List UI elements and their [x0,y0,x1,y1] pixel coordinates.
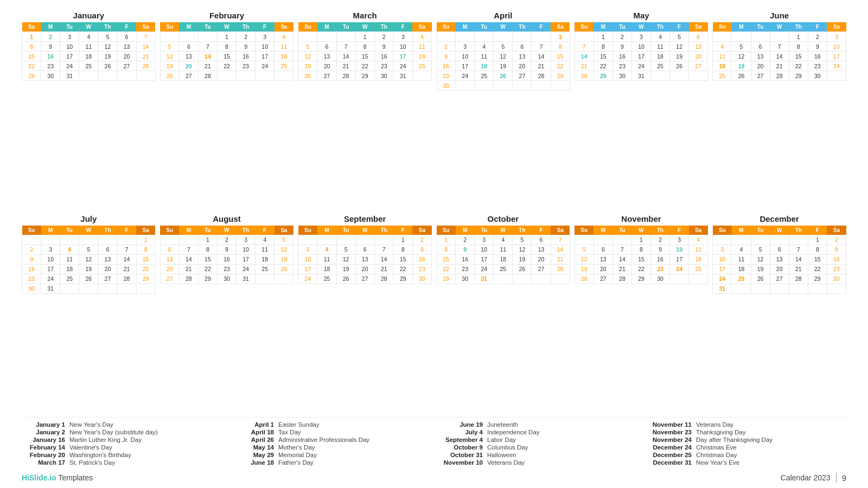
holiday-name: Independence Day [487,429,540,435]
brand-link[interactable]: HiSlide.io [22,473,56,482]
cal-cell: 22 [631,264,650,274]
cal-cell: 6 [179,42,198,52]
cal-cell: 20 [513,61,532,71]
cal-cell: 9 [217,245,236,254]
holiday-date: January 16 [22,436,65,443]
cal-cell [494,274,513,284]
cal-cell [513,81,532,91]
cal-cell [551,81,570,91]
holiday-row: November 24Day after Thanksgiving Day [648,436,846,444]
cal-cell: 9 [237,42,256,52]
cal-cell: 12 [575,254,593,264]
holiday-name: Columbus Day [487,444,528,451]
cal-cell: 20 [98,264,117,274]
day-header-m: M [593,226,612,235]
cal-cell: 2 [827,235,846,245]
holiday-date: November 11 [648,421,692,428]
cal-row: 252627282930 [713,71,846,81]
holiday-name: Veterans Day [696,421,733,428]
cal-cell: 10 [256,42,275,52]
cal-cell: 3 [670,235,689,245]
cal-cell: 14 [117,254,136,264]
cal-cell: 23 [41,61,60,71]
cal-cell [513,32,532,42]
cal-cell: 25 [689,264,708,274]
cal-cell [494,32,513,42]
cal-cell: 14 [612,254,631,264]
cal-cell: 20 [179,61,198,71]
cal-cell: 2 [437,42,456,52]
cal-cell: 8 [789,42,808,52]
holiday-row: March 17St. Patrick's Day [22,459,220,466]
cal-cell: 23 [651,264,670,274]
cal-cell: 23 [374,61,393,71]
cal-row: 23242526272829 [22,274,156,284]
cal-cell [670,71,689,81]
cal-cell: 23 [237,61,256,71]
cal-cell: 24 [713,274,732,284]
cal-cell: 20 [751,61,770,71]
cal-cell: 13 [355,254,374,264]
holiday-row: April 26Administrative Professionals Day [231,436,429,444]
cal-cell: 3 [827,32,846,42]
cal-row: 2345678 [437,42,570,52]
cal-cell: 3 [237,235,256,245]
cal-cell [713,32,732,42]
cal-cell: 6 [689,32,708,42]
cal-cell [456,81,475,91]
cal-cell: 12 [670,42,689,52]
cal-cell [689,71,708,81]
cal-cell: 4 [689,235,708,245]
cal-cell: 17 [393,52,412,61]
holiday-row: June 18Father's Day [231,459,429,466]
cal-cell: 4 [60,245,79,254]
day-header-f: F [393,226,412,235]
cal-cell: 25 [79,61,98,71]
cal-row: 17181920212223 [298,264,432,274]
cal-cell: 25 [713,71,732,81]
month-title: September [298,214,432,223]
day-header-m: M [41,22,60,32]
cal-row: 1234567 [22,32,156,42]
cal-cell: 11 [79,42,98,52]
holiday-row: January 1New Year's Day [22,421,220,428]
cal-cell: 30 [412,274,431,284]
cal-cell: 29 [593,71,612,81]
cal-cell: 5 [298,42,317,52]
cal-row: 3456789 [298,245,432,254]
cal-row: 3031 [22,284,156,293]
cal-cell: 11 [275,42,293,52]
cal-cell: 22 [355,61,374,71]
day-header-m: M [732,226,751,235]
holiday-date: March 17 [22,459,65,466]
cal-cell: 8 [22,42,41,52]
cal-cell: 6 [770,245,789,254]
day-header-su: Su [437,226,456,235]
cal-row: 31 [713,284,846,293]
cal-cell [456,32,475,42]
cal-row: 17181920212223 [713,264,846,274]
cal-cell: 7 [198,42,217,52]
cal-cell: 21 [374,264,393,274]
cal-cell [827,71,846,81]
cal-cell: 26 [751,274,770,284]
day-header-f: F [256,226,275,235]
day-header-sa: Sa [827,226,846,235]
cal-cell [532,274,551,284]
cal-cell: 23 [412,264,431,274]
holiday-date: December 25 [648,452,692,458]
cal-cell [789,284,808,293]
cal-row: 567891011 [298,42,432,52]
day-header-th: Th [651,22,670,32]
cal-cell: 24 [827,61,846,71]
cal-cell: 5 [98,32,117,42]
cal-cell: 10 [298,254,317,264]
cal-cell: 18 [256,254,275,264]
cal-table: SuMTuWThFSa12345678910111213141516171819… [436,22,570,91]
cal-cell: 25 [412,61,431,71]
cal-cell: 24 [237,264,256,274]
cal-row: 19202122232425 [575,264,708,274]
cal-cell: 18 [475,61,494,71]
cal-cell: 28 [575,71,593,81]
cal-cell: 12 [751,254,770,264]
